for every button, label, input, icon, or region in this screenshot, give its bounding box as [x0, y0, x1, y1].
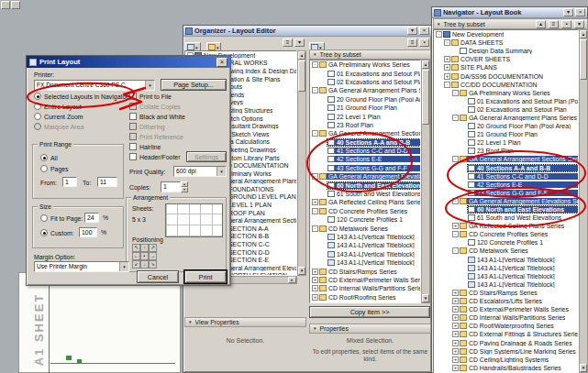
- positioning-cell[interactable]: ↘: [149, 260, 157, 269]
- cancel-button[interactable]: Cancel: [137, 270, 179, 283]
- navigator-row[interactable]: - New Development: [434, 30, 578, 38]
- expand-toggle-icon[interactable]: [320, 139, 327, 146]
- navigator-row[interactable]: 22 Level 1 Plan: [434, 138, 578, 147]
- layout-book-row[interactable]: 21 Ground Floor Plan: [310, 104, 420, 112]
- navigator-row[interactable]: 02 Excavations and Setout Plan: [434, 105, 578, 114]
- navigator-row[interactable]: + DA/SS96 DOCUMENTATION: [434, 71, 578, 80]
- expand-toggle-icon[interactable]: -: [312, 87, 318, 93]
- expand-toggle-icon[interactable]: [460, 206, 467, 213]
- navigator-row[interactable]: + CD Roof/Waterproofing Series: [434, 322, 578, 330]
- layout-book-row[interactable]: 42 Sections E-E: [310, 155, 420, 163]
- layout-book-row[interactable]: 41 Sections C-C and D-D: [310, 147, 420, 155]
- scroll-up-icon[interactable]: ▲: [422, 60, 429, 69]
- layout-book-row[interactable]: + GA Reflected Ceiling Plans Series: [310, 198, 420, 206]
- navigator-close-button[interactable]: ×: [575, 8, 585, 16]
- positioning-cell[interactable]: →: [149, 252, 157, 260]
- positioning-cell[interactable]: ←: [132, 252, 140, 260]
- organizer-left-flyout-button[interactable]: ▾: [294, 38, 305, 47]
- navigator-row[interactable]: 42 Sections E-E: [434, 181, 578, 189]
- expand-toggle-icon[interactable]: +: [452, 306, 459, 313]
- layout-book-row[interactable]: 143 A1-L[Vertical Titleblock]: [310, 250, 420, 258]
- expand-toggle-icon[interactable]: [320, 104, 327, 111]
- settings-icon[interactable]: ▪: [561, 20, 571, 28]
- layout-book-row[interactable]: - GA Preliminary Works Series: [310, 60, 420, 69]
- copies-stepper[interactable]: ▴ ▾: [181, 181, 188, 192]
- navigator-row[interactable]: - GA General Arrangement Plans Series: [434, 114, 578, 122]
- print-output-option[interactable]: Collate Copies: [129, 103, 185, 111]
- spin-down-icon[interactable]: ▾: [181, 187, 188, 192]
- expand-toggle-icon[interactable]: +: [452, 223, 459, 229]
- expand-toggle-icon[interactable]: [320, 71, 327, 77]
- navigator-row[interactable]: + CD Paving Drainage & Roads Series: [434, 338, 578, 346]
- layout-book-row[interactable]: - GA General Arrangement Plans Series: [310, 86, 420, 94]
- layout-book-row[interactable]: 143 A1-L[Vertical Titleblock]: [310, 233, 420, 241]
- expand-toggle-icon[interactable]: +: [452, 298, 459, 304]
- navigator-menu-button[interactable]: ▾: [563, 8, 573, 16]
- layout-book-row[interactable]: - CD Concrete Profiles Series: [310, 207, 420, 215]
- expand-toggle-icon[interactable]: [460, 265, 467, 271]
- navigator-row[interactable]: 60 North and East Elevations: [434, 205, 578, 214]
- navigator-row[interactable]: 120 Concrete Profiles 1: [434, 238, 578, 247]
- expand-toggle-icon[interactable]: [320, 96, 327, 103]
- expand-toggle-icon[interactable]: +: [452, 331, 459, 337]
- expand-toggle-icon[interactable]: [460, 281, 467, 288]
- expand-toggle-icon[interactable]: [452, 48, 459, 54]
- layout-book-row[interactable]: 120 Concrete Profiles 1: [310, 215, 420, 224]
- expand-toggle-icon[interactable]: -: [444, 82, 450, 88]
- page-setup-button[interactable]: Page Setup...: [161, 79, 227, 91]
- expand-toggle-icon[interactable]: +: [312, 199, 318, 205]
- properties-bar[interactable]: ▼ Properties: [309, 324, 431, 334]
- layout-book-row[interactable]: 40 Sections A-A and B-B: [310, 138, 420, 147]
- organizer-close-button[interactable]: ×: [419, 27, 429, 35]
- expand-toggle-icon[interactable]: -: [312, 61, 318, 68]
- layout-book-row[interactable]: + CD Internal Walls/Partitions Series: [310, 284, 420, 292]
- expand-toggle-icon[interactable]: [460, 181, 467, 188]
- navigator-row[interactable]: + CD Stairs/Ramps Series: [434, 289, 578, 297]
- navigator-row[interactable]: - GA General Arrangement Elevations Seri…: [434, 197, 578, 205]
- navigator-row[interactable]: - GA General Arrangement Sections Series: [434, 155, 578, 163]
- navigator-titlebar[interactable]: Navigator - Layout Book ▾ ×: [432, 7, 587, 18]
- positioning-cell[interactable]: ↓: [140, 260, 149, 269]
- scroll-down-icon[interactable]: ▼: [580, 364, 587, 372]
- layout-book-row[interactable]: 23 Roof Plan: [310, 121, 420, 129]
- expand-toggle-icon[interactable]: [320, 165, 327, 171]
- print-output-option[interactable]: Print Reference: [129, 133, 185, 141]
- layout-book-row[interactable]: 01 Excavations and Setout Plans: [310, 69, 420, 77]
- toolbar-icon[interactable]: [1, 1, 10, 9]
- expand-toggle-icon[interactable]: [460, 98, 467, 104]
- layout-book-row[interactable]: 61 South and West Elevations: [310, 190, 420, 198]
- expand-toggle-icon[interactable]: +: [444, 64, 450, 71]
- expand-toggle-icon[interactable]: [460, 165, 467, 171]
- navigator-row[interactable]: + CD Escalators/Lifts Series: [434, 297, 578, 305]
- expand-toggle-icon[interactable]: -: [452, 198, 459, 204]
- layout-book-row[interactable]: - GA General Arrangement Sections: [310, 129, 420, 137]
- header-footer-settings-button[interactable]: Settings: [186, 151, 227, 162]
- expand-toggle-icon[interactable]: [460, 173, 467, 180]
- layout-book-row[interactable]: + CD Stairs/Ramps Series: [310, 267, 420, 275]
- navigator-row[interactable]: + COVER SHEETS: [434, 55, 578, 63]
- expand-toggle-icon[interactable]: -: [436, 31, 442, 38]
- print-source-option[interactable]: Current Zoom: [34, 113, 128, 121]
- organizer-titlebar[interactable]: Organizer - Layout Editor ▾ ×: [183, 26, 431, 37]
- expand-toggle-icon[interactable]: -: [452, 231, 459, 237]
- navigator-row[interactable]: 23 Roof Plan: [434, 147, 578, 155]
- navigator-row[interactable]: 20 Ground Floor Plan (Pool Area): [434, 122, 578, 130]
- go-up-icon[interactable]: ▴: [536, 20, 546, 28]
- expand-toggle-icon[interactable]: [320, 182, 327, 189]
- navigator-row[interactable]: - GA Preliminary Works Series: [434, 89, 578, 97]
- expand-toggle-icon[interactable]: [460, 190, 467, 196]
- print-quality-select[interactable]: 600 dpi ▾: [173, 166, 227, 177]
- navigator-row[interactable]: 41 Sections C-C and D-D: [434, 172, 578, 181]
- expand-toggle-icon[interactable]: [460, 239, 467, 246]
- layout-book-scrollbar[interactable]: ▲ ▼: [421, 60, 430, 303]
- expand-toggle-icon[interactable]: -: [312, 130, 318, 137]
- navigator-row[interactable]: - CD Metalwork Series: [434, 247, 578, 255]
- expand-toggle-icon[interactable]: +: [452, 365, 459, 371]
- navigator-scrollbar[interactable]: ▲ ▼: [579, 29, 588, 373]
- expand-toggle-icon[interactable]: -: [452, 115, 459, 121]
- expand-toggle-icon[interactable]: -: [452, 156, 459, 162]
- layout-book-row[interactable]: - GA General Arrangement Elevations: [310, 172, 420, 181]
- expand-toggle-icon[interactable]: -: [312, 208, 318, 214]
- expand-toggle-icon[interactable]: +: [452, 314, 459, 321]
- range-all-option[interactable]: All: [40, 154, 58, 161]
